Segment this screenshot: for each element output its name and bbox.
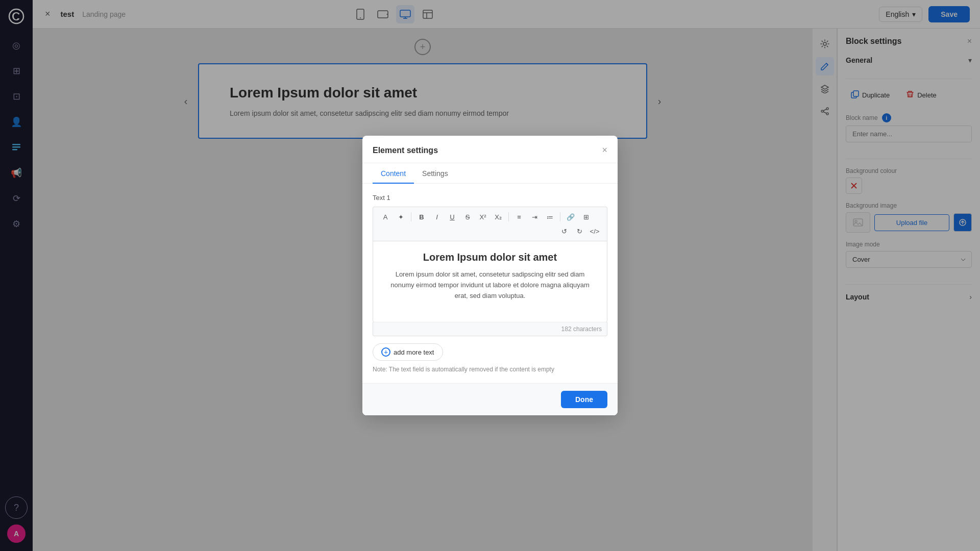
- toolbar-sep-3: [560, 212, 560, 221]
- toolbar-font-btn[interactable]: A: [378, 210, 393, 223]
- toolbar-table-btn[interactable]: ⊞: [579, 210, 593, 223]
- text-field-label: Text 1: [373, 194, 607, 202]
- toolbar-redo-btn[interactable]: ↻: [572, 224, 586, 238]
- plus-circle-icon: +: [381, 347, 390, 357]
- toolbar-align-btn[interactable]: ≡: [512, 210, 526, 223]
- toolbar-subscript-btn[interactable]: X₂: [491, 210, 505, 223]
- editor-footer: 182 characters: [373, 322, 607, 336]
- char-count: 182 characters: [561, 325, 602, 333]
- toolbar-list-btn[interactable]: ≔: [543, 210, 557, 223]
- toolbar-code-btn[interactable]: </>: [587, 224, 602, 238]
- toolbar-bold-btn[interactable]: B: [414, 210, 429, 223]
- toolbar-indent-btn[interactable]: ⇥: [527, 210, 542, 223]
- editor-content[interactable]: Lorem Ipsum dolor sit amet Lorem ipsum d…: [373, 241, 607, 322]
- modal-overlay[interactable]: Element settings × Content Settings Text…: [0, 0, 980, 551]
- toolbar-sep-1: [411, 212, 411, 221]
- editor-para: Lorem ipsum dolor sit amet, consetetur s…: [383, 269, 597, 301]
- toolbar-superscript-btn[interactable]: X²: [476, 210, 490, 223]
- toolbar-underline-btn[interactable]: U: [445, 210, 459, 223]
- element-settings-modal: Element settings × Content Settings Text…: [362, 136, 618, 415]
- toolbar-undo-btn[interactable]: ↺: [557, 224, 571, 238]
- toolbar-sep-2: [508, 212, 509, 221]
- editor-heading: Lorem Ipsum dolor sit amet: [383, 252, 597, 263]
- add-more-text-button[interactable]: + add more text: [373, 343, 443, 361]
- editor-toolbar: A ✦ B I U S X² X₂ ≡ ⇥ ≔ 🔗 ⊞ ↺ ↻ </>: [373, 207, 607, 241]
- note-text: Note: The text field is automatically re…: [373, 366, 607, 373]
- toolbar-link-btn[interactable]: 🔗: [564, 210, 578, 223]
- toolbar-italic-btn[interactable]: I: [430, 210, 444, 223]
- modal-title: Element settings: [373, 146, 438, 155]
- modal-close-button[interactable]: ×: [602, 145, 607, 156]
- tab-settings[interactable]: Settings: [414, 163, 456, 184]
- toolbar-style-btn[interactable]: ✦: [394, 210, 408, 223]
- toolbar-strikethrough-btn[interactable]: S: [460, 210, 475, 223]
- modal-footer: Done: [362, 383, 618, 415]
- modal-header: Element settings ×: [362, 136, 618, 163]
- done-button[interactable]: Done: [561, 391, 607, 408]
- modal-tabs: Content Settings: [362, 163, 618, 184]
- modal-body: Text 1 A ✦ B I U S X² X₂ ≡ ⇥ ≔ 🔗 ⊞: [362, 184, 618, 383]
- tab-content[interactable]: Content: [373, 163, 414, 184]
